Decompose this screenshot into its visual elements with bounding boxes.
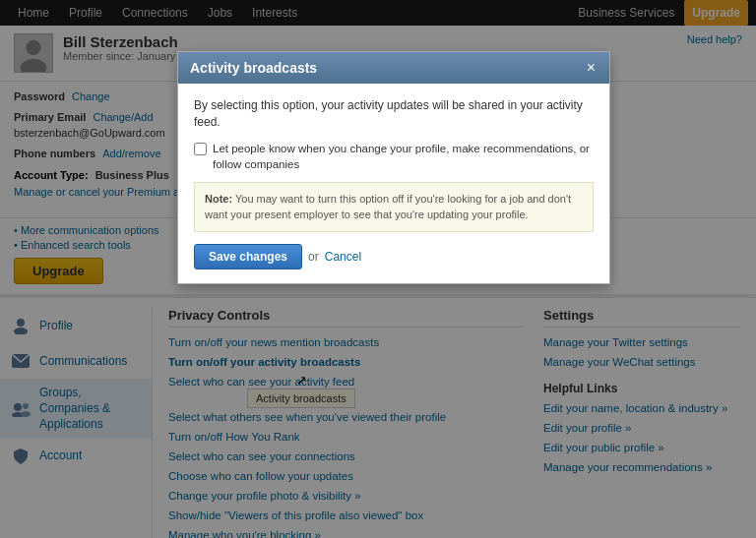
modal-note: Note: You may want to turn this option o… <box>194 182 594 232</box>
modal-header: Activity broadcasts × <box>178 52 609 84</box>
modal-title: Activity broadcasts <box>190 60 317 76</box>
modal-body: By selecting this option, your activity … <box>178 84 609 283</box>
modal-description: By selecting this option, your activity … <box>194 97 594 131</box>
or-text: or <box>308 250 319 264</box>
save-button[interactable]: Save changes <box>194 244 302 269</box>
modal-dialog: Activity broadcasts × By selecting this … <box>177 51 610 284</box>
checkbox-row: Let people know when you change your pro… <box>194 141 594 172</box>
modal-close-button[interactable]: × <box>585 60 598 76</box>
activity-checkbox[interactable] <box>194 143 207 155</box>
modal-overlay[interactable]: Activity broadcasts × By selecting this … <box>0 0 756 538</box>
note-label: Note: <box>205 193 232 205</box>
modal-actions: Save changes or Cancel <box>194 244 594 269</box>
cancel-link[interactable]: Cancel <box>325 250 361 264</box>
note-text: You may want to turn this option off if … <box>205 193 571 221</box>
checkbox-label: Let people know when you change your pro… <box>213 141 594 172</box>
